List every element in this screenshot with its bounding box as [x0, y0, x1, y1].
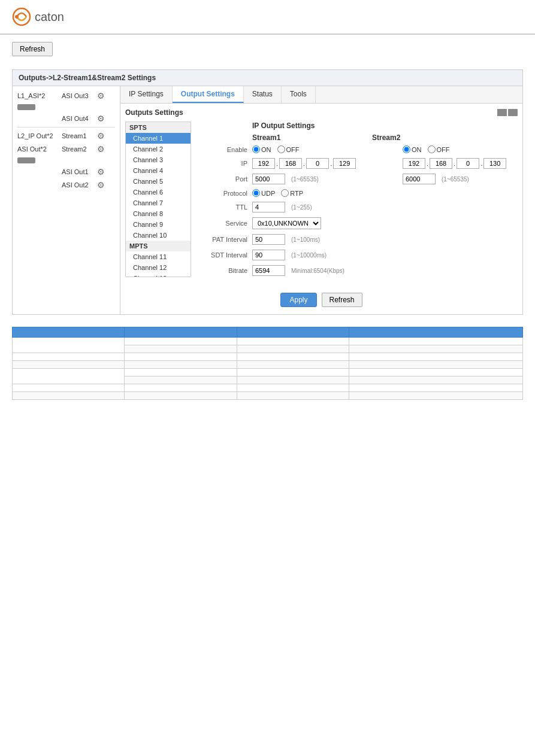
s2-port-input[interactable]	[403, 174, 436, 184]
channel-item-7[interactable]: Channel 7	[126, 198, 191, 208]
channel-item-4[interactable]: Channel 4	[126, 165, 191, 176]
s1-on-label[interactable]: ON	[252, 145, 271, 153]
s1-ip-3[interactable]	[306, 158, 329, 169]
channel-item-5[interactable]: Channel 5	[126, 176, 191, 187]
outputs-right: IP Settings Output Settings Status Tools…	[120, 86, 522, 314]
table-cell-22	[349, 377, 523, 384]
s2-off-radio[interactable]	[428, 145, 436, 153]
sdt-hint: (1~10000ms)	[291, 252, 327, 259]
enable-s1: ON OFF	[252, 145, 403, 153]
table-cell-19	[349, 369, 523, 377]
pat-hint: (1~100ms)	[291, 236, 320, 243]
settings-body: SPTS Channel 1 Channel 2 Channel 3 Chann…	[125, 122, 518, 281]
refresh-button[interactable]: Refresh	[322, 293, 362, 307]
table-cell-28	[125, 392, 237, 400]
table-cell-2	[125, 338, 237, 345]
spts-label: SPTS	[126, 122, 191, 133]
s1-off-text: OFF	[286, 146, 300, 153]
gear-icon-2[interactable]: ⚙	[97, 114, 105, 123]
channel-item-13[interactable]: Channel 13	[126, 273, 191, 277]
gear-icon-6[interactable]: ⚙	[97, 180, 105, 190]
s1-ip-2[interactable]	[279, 158, 302, 169]
s1-udp-label[interactable]: UDP	[252, 189, 275, 197]
channel-item-11[interactable]: Channel 11	[126, 251, 191, 262]
tab-ip-settings[interactable]: IP Settings	[120, 86, 173, 103]
s2-ip-4[interactable]	[483, 158, 506, 169]
s2-ip-3[interactable]	[457, 158, 479, 169]
gear-icon-4[interactable]: ⚙	[97, 144, 105, 154]
s2-ip-2[interactable]	[430, 158, 452, 169]
logo-text: caton	[35, 10, 64, 24]
s1-bitrate-input[interactable]	[252, 265, 285, 276]
s1-sdt-input[interactable]	[252, 250, 285, 260]
sidebar-label-asiout2: ASI Out*2	[17, 145, 59, 153]
s2-port-hint: (1~65535)	[442, 176, 469, 183]
s1-ip-1[interactable]	[252, 158, 275, 169]
channel-item-6[interactable]: Channel 6	[126, 187, 191, 198]
table-cell-16	[13, 369, 125, 384]
s1-on-radio[interactable]	[252, 145, 260, 153]
ip-sep-3: .	[330, 160, 332, 167]
table-cell-18	[237, 369, 349, 377]
sidebar-row-4: ASI Out*2 Stream2 ⚙	[17, 144, 115, 154]
port-s2: (1~65535)	[403, 174, 510, 184]
table-cell-26	[349, 384, 523, 392]
s1-ttl-input[interactable]	[252, 202, 285, 212]
channel-item-8[interactable]: Channel 8	[126, 208, 191, 219]
tab-status[interactable]: Status	[244, 86, 282, 103]
s1-udp-text: UDP	[261, 190, 275, 197]
s2-ip-1[interactable]	[403, 158, 425, 169]
s1-port-hint: (1~65535)	[291, 176, 319, 183]
s1-service-select[interactable]: 0x10,UNKNOWN 0x11,NEWS 0x12,AFFAIRS	[252, 217, 321, 229]
top-refresh-button[interactable]: Refresh	[12, 42, 53, 56]
col-header-4	[349, 327, 523, 338]
tab-tools[interactable]: Tools	[282, 86, 316, 103]
table-cell-27	[13, 392, 125, 400]
table-cell-25	[237, 384, 349, 392]
table-cell-23	[13, 384, 125, 392]
gear-icon-3[interactable]: ⚙	[97, 131, 105, 141]
channel-item-1[interactable]: Channel 1	[126, 133, 191, 144]
s1-ip-4[interactable]	[333, 158, 356, 169]
table-cell-7	[349, 345, 523, 353]
form-area: IP Output Settings Stream1 Stream2 Enabl…	[191, 122, 518, 281]
channel-item-12[interactable]: Channel 12	[126, 262, 191, 273]
channel-item-2[interactable]: Channel 2	[126, 144, 191, 154]
ip-s1: . . .	[252, 158, 403, 169]
pat-s1: (1~100ms)	[252, 234, 510, 245]
s1-rtp-radio[interactable]	[281, 189, 289, 197]
table-cell-30	[349, 392, 523, 400]
s2-off-label[interactable]: OFF	[428, 145, 450, 153]
channel-item-3[interactable]: Channel 3	[126, 154, 191, 165]
channel-item-10[interactable]: Channel 10	[126, 230, 191, 241]
bottom-table	[12, 327, 523, 400]
form-row-service: Service 0x10,UNKNOWN 0x11,NEWS 0x12,AFFA…	[198, 217, 510, 229]
s2-on-radio[interactable]	[403, 145, 410, 153]
table-cell-1	[13, 338, 125, 353]
enable-s2: ON OFF	[403, 145, 510, 153]
table-cell-17	[125, 369, 237, 377]
s1-off-label[interactable]: OFF	[277, 145, 300, 153]
s1-udp-radio[interactable]	[252, 189, 260, 197]
logo-icon	[12, 7, 31, 26]
gear-icon-1[interactable]: ⚙	[97, 91, 105, 101]
table-row	[13, 353, 523, 361]
s1-off-radio[interactable]	[277, 145, 285, 153]
bitrate-hint: Minimal:6504(Kbps)	[291, 268, 344, 274]
sdt-s1: (1~10000ms)	[252, 250, 510, 260]
channel-item-9[interactable]: Channel 9	[126, 219, 191, 230]
settings-content: Outputs Settings SPTS Channel 1 Channel …	[120, 104, 522, 286]
gear-icon-5[interactable]: ⚙	[97, 167, 105, 177]
s2-on-label[interactable]: ON	[403, 145, 422, 153]
outputs-sidebar: L1_ASI*2 ASI Out3 ⚙ ASI Out4 ⚙ L2_IP Out…	[13, 86, 120, 314]
table-cell-3	[237, 338, 349, 345]
s1-enable-group: ON OFF	[252, 145, 300, 153]
apply-button[interactable]: Apply	[280, 293, 316, 307]
ip-s2: . . .	[403, 158, 510, 169]
s1-pat-input[interactable]	[252, 234, 285, 245]
s1-rtp-label[interactable]: RTP	[281, 189, 303, 197]
tab-output-settings[interactable]: Output Settings	[173, 86, 244, 103]
header: caton	[0, 0, 535, 34]
s1-port-input[interactable]	[252, 174, 285, 184]
stream2-header: Stream2	[372, 133, 400, 142]
